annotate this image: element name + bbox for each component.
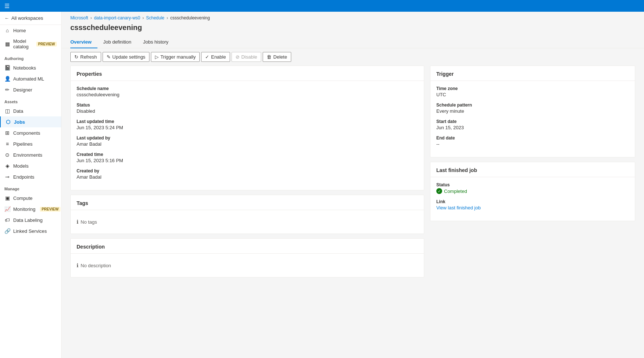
back-to-workspaces[interactable]: ← All workspaces (0, 12, 61, 25)
sidebar-item-model-catalog[interactable]: ▦ Model catalog PREVIEW (0, 36, 61, 52)
disable-label: Disable (241, 54, 257, 60)
enable-button[interactable]: ✓ Enable (201, 52, 230, 62)
components-icon: ⊞ (4, 130, 10, 136)
view-last-finished-job-link[interactable]: View last finished job (436, 205, 481, 210)
top-bar: ☰ (0, 0, 644, 12)
no-description-row: ℹ No description (77, 259, 418, 272)
environments-icon: ⊙ (4, 152, 10, 158)
properties-card: Properties Schedule name cssscheduleeven… (70, 66, 424, 190)
description-card-title: Description (71, 239, 424, 254)
last-finished-job-card: Last finished job Status ✓ Completed Lin… (430, 162, 635, 221)
properties-card-body: Schedule name cssscheduleevening Status … (71, 81, 424, 190)
sidebar-item-automated-ml[interactable]: 👤 Automated ML (0, 73, 61, 84)
prop-job-status: Status ✓ Completed (436, 182, 629, 194)
toolbar: ↻ Refresh ✎ Update settings ▷ Trigger ma… (62, 48, 644, 66)
last-updated-time-value: Jun 15, 2023 5:24 PM (77, 125, 418, 130)
last-finished-job-title: Last finished job (430, 162, 635, 177)
created-time-label: Created time (77, 152, 418, 157)
sidebar-item-pipelines[interactable]: ≡ Pipelines (0, 138, 61, 149)
no-tags-label: No tags (81, 219, 97, 225)
status-completed-text: Completed (444, 189, 467, 194)
schedule-pattern-value: Every minute (436, 108, 629, 114)
update-settings-label: Update settings (112, 54, 145, 60)
breadcrumb-schedule[interactable]: Schedule (146, 15, 164, 20)
sidebar-item-label: Linked Services (13, 228, 47, 234)
sidebar-item-data[interactable]: ◫ Data (0, 105, 61, 116)
trigger-card: Trigger Time zone UTC Schedule pattern E… (430, 66, 635, 157)
breadcrumb-current: cssscheduleevening (170, 15, 210, 20)
back-label: All workspaces (11, 15, 43, 21)
update-settings-button[interactable]: ✎ Update settings (103, 52, 149, 62)
timezone-value: UTC (436, 92, 629, 97)
prop-schedule-pattern: Schedule pattern Every minute (436, 102, 629, 114)
breadcrumb-microsoft[interactable]: Microsoft (70, 15, 88, 20)
sidebar: ← All workspaces ⌂ Home ▦ Model catalog … (0, 12, 62, 358)
sidebar-item-label: Data (13, 108, 23, 114)
sidebar-item-designer[interactable]: ✏ Designer (0, 84, 61, 95)
sidebar-item-label: Monitoring (13, 206, 36, 212)
trigger-manually-button[interactable]: ▷ Trigger manually (151, 52, 200, 62)
breadcrumb-sep-2: › (143, 15, 144, 20)
properties-card-title: Properties (71, 66, 424, 81)
delete-label: Delete (273, 54, 287, 60)
sidebar-item-label: Data Labeling (13, 217, 42, 223)
schedule-name-value: cssscheduleevening (77, 92, 418, 97)
sidebar-item-environments[interactable]: ⊙ Environments (0, 149, 61, 160)
model-catalog-icon: ▦ (4, 41, 10, 47)
sidebar-item-endpoints[interactable]: ⊸ Endpoints (0, 171, 61, 182)
automated-ml-icon: 👤 (4, 76, 10, 82)
disable-icon: ⊘ (236, 54, 240, 60)
prop-end-date: End date -- (436, 135, 629, 147)
tags-card-title: Tags (71, 195, 424, 210)
breadcrumb: Microsoft › data-import-canary-ws0 › Sch… (62, 12, 644, 22)
page-title: cssscheduleevening (62, 22, 644, 36)
status-label: Status (77, 102, 418, 108)
sidebar-item-monitoring[interactable]: 📈 Monitoring PREVIEW (0, 204, 61, 215)
tab-job-definition[interactable]: Job definition (97, 36, 137, 48)
created-time-value: Jun 15, 2023 5:16 PM (77, 158, 418, 163)
sidebar-item-label: Components (13, 130, 40, 136)
job-link-label: Link (436, 199, 629, 204)
sidebar-item-components[interactable]: ⊞ Components (0, 127, 61, 138)
no-tags-row: ℹ No tags (77, 215, 418, 228)
authoring-section-label: Authoring (0, 52, 61, 62)
manage-section-label: Manage (0, 182, 61, 193)
sidebar-item-compute[interactable]: ▣ Compute (0, 193, 61, 204)
description-card-body: ℹ No description (71, 254, 424, 277)
check-circle-icon: ✓ (436, 188, 442, 194)
tab-jobs-history[interactable]: Jobs history (137, 36, 174, 48)
prop-created-time: Created time Jun 15, 2023 5:16 PM (77, 152, 418, 163)
notebooks-icon: 📓 (4, 65, 10, 71)
pipelines-icon: ≡ (4, 141, 10, 147)
hamburger-icon[interactable]: ☰ (4, 3, 10, 10)
linked-services-icon: 🔗 (4, 228, 10, 234)
sidebar-item-linked-services[interactable]: 🔗 Linked Services (0, 225, 61, 236)
sidebar-item-label: Models (13, 163, 29, 169)
prop-last-updated-time: Last updated time Jun 15, 2023 5:24 PM (77, 119, 418, 130)
sidebar-item-label: Compute (13, 195, 33, 201)
sidebar-item-jobs[interactable]: ⬡ Jobs (0, 116, 61, 127)
sidebar-item-data-labeling[interactable]: 🏷 Data Labeling (0, 215, 61, 225)
prop-job-link: Link View last finished job (436, 199, 629, 210)
sidebar-item-models[interactable]: ◈ Models (0, 160, 61, 171)
delete-icon: 🗑 (267, 54, 271, 60)
breadcrumb-workspace[interactable]: data-import-canary-ws0 (94, 15, 140, 20)
left-column: Properties Schedule name cssscheduleeven… (70, 66, 424, 282)
refresh-button[interactable]: ↻ Refresh (70, 52, 101, 62)
breadcrumb-sep-1: › (90, 15, 92, 20)
delete-button[interactable]: 🗑 Delete (263, 52, 291, 62)
tabs-bar: Overview Job definition Jobs history (62, 36, 644, 48)
trigger-icon: ▷ (155, 54, 159, 60)
jobs-icon: ⬡ (5, 119, 11, 125)
sidebar-item-notebooks[interactable]: 📓 Notebooks (0, 62, 61, 73)
prop-last-updated-by: Last updated by Amar Badal (77, 135, 418, 147)
home-icon: ⌂ (4, 27, 10, 33)
refresh-label: Refresh (80, 54, 97, 60)
right-column: Trigger Time zone UTC Schedule pattern E… (430, 66, 635, 282)
sidebar-item-label: Automated ML (13, 76, 44, 82)
trigger-card-title: Trigger (430, 66, 635, 81)
prop-timezone: Time zone UTC (436, 86, 629, 97)
tab-overview[interactable]: Overview (70, 36, 97, 48)
sidebar-item-label: Jobs (14, 119, 25, 125)
sidebar-item-home[interactable]: ⌂ Home (0, 25, 61, 36)
